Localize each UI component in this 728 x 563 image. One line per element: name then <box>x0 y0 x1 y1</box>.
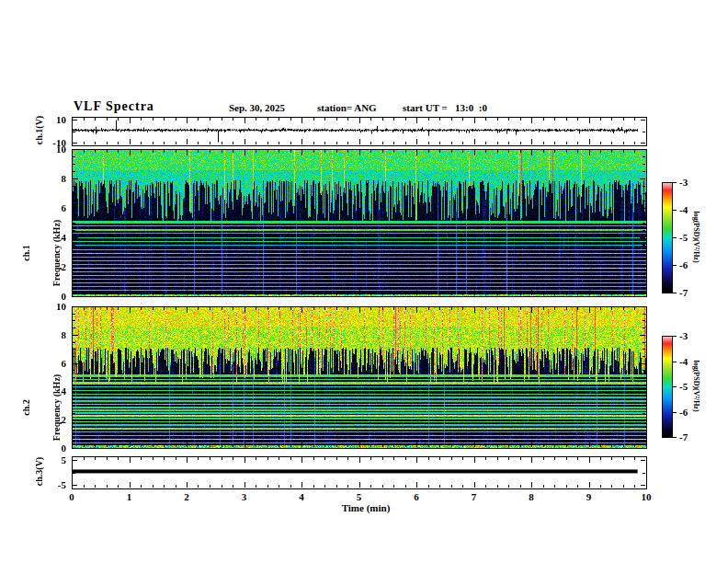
station-label: station= ANG <box>317 102 377 113</box>
tick-label: -10 <box>52 137 66 148</box>
ch2-spec-ylabel-line1: ch.2 <box>21 339 31 477</box>
ch1-waveform-canvas <box>72 117 646 145</box>
tick-label: 7 <box>472 491 477 502</box>
tick-label: 4 <box>62 232 67 243</box>
date-label: Sep. 30, 2025 <box>229 102 285 113</box>
tick-label: -5 <box>679 232 688 243</box>
ch2-spectrogram-canvas <box>72 306 646 448</box>
tick-label: 2 <box>62 261 67 272</box>
tick-label: 0 <box>62 442 67 454</box>
tick-label: -4 <box>679 204 688 215</box>
ch3-waveform-canvas <box>72 456 646 488</box>
tick-label: 5 <box>357 491 362 502</box>
tick-label: 3 <box>242 491 247 502</box>
tick-label: 10 <box>56 114 66 125</box>
tick-label: 9 <box>586 491 592 502</box>
ch1-wave-ylabel: ch.1(V) <box>34 103 44 158</box>
tick-label: -6 <box>679 259 688 270</box>
figure-title: VLF Spectra <box>74 99 154 114</box>
ch1-spectrogram-canvas <box>72 149 646 296</box>
tick-label: 6 <box>62 202 67 213</box>
tick-label: -7 <box>679 431 688 442</box>
tick-label: 8 <box>62 329 67 340</box>
tick-label: 10 <box>642 491 652 502</box>
colorbar-ch1-canvas <box>662 182 672 293</box>
colorbar-ch2-canvas <box>662 336 672 437</box>
tick-label: 6 <box>414 491 419 502</box>
ch1-spec-ylabel: ch.1 Frequency (kHz) <box>1 184 82 322</box>
tick-label: 8 <box>529 491 534 502</box>
tick-label: 2 <box>184 491 189 502</box>
tick-label: 2 <box>62 414 67 425</box>
tick-label: 6 <box>62 358 67 369</box>
start-ut-label: start UT = 13:0 :0 <box>403 102 487 113</box>
tick-label: 4 <box>62 385 67 396</box>
ch1-spec-ylabel-line1: ch.1 <box>21 184 31 322</box>
tick-label: 10 <box>56 301 66 312</box>
tick-label: 4 <box>299 491 304 502</box>
tick-label: -6 <box>679 407 688 418</box>
tick-label: -3 <box>679 177 688 188</box>
tick-label: 1 <box>127 491 132 502</box>
tick-label: 5 <box>62 454 67 465</box>
tick-label: -5 <box>58 479 66 490</box>
tick-label: -3 <box>679 330 688 341</box>
ch2-spec-ylabel-line2: Frequency (kHz) <box>51 339 62 477</box>
tick-label: -4 <box>679 356 688 367</box>
vlf-spectra-figure: VLF Spectra Sep. 30, 2025 station= ANG s… <box>0 0 728 563</box>
tick-label: -5 <box>679 381 688 392</box>
x-axis-title: Time (min) <box>320 502 412 513</box>
colorbar2-title: log(PSD)(V²/Hz) <box>692 346 700 427</box>
ch3-wave-ylabel: ch.3(V) <box>34 444 44 500</box>
tick-label: 8 <box>62 173 67 184</box>
tick-label: 0 <box>69 491 74 502</box>
tick-label: -7 <box>679 287 688 298</box>
colorbar1-title: log(PSD)(V²/Hz) <box>692 197 700 278</box>
